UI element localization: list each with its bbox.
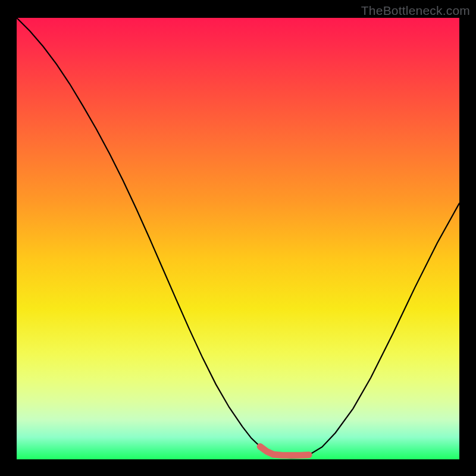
chart-frame: TheBottleneck.com — [0, 0, 476, 476]
bottleneck-flat-marker — [260, 446, 309, 455]
plot-area — [17, 18, 459, 459]
watermark-text: TheBottleneck.com — [361, 4, 470, 18]
curve-layer — [17, 18, 459, 459]
bottleneck-curve — [17, 18, 459, 458]
